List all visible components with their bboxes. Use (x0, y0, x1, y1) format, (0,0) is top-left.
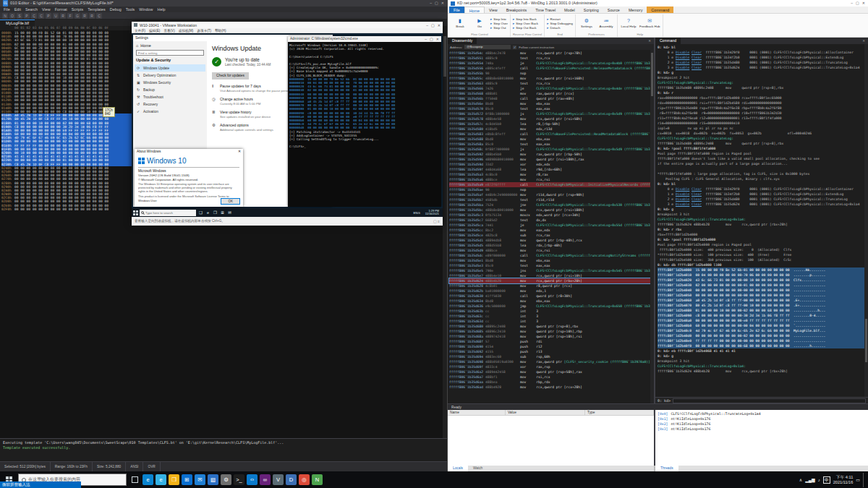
bp-clear-link[interactable]: Clear (692, 61, 702, 64)
settings-home[interactable]: ⌂ Home (136, 43, 204, 48)
tab-threads[interactable]: Threads (655, 466, 678, 471)
close-button[interactable]: ✕ (862, 0, 865, 7)
disasm-line[interactable]: fffff806`1b35d5bc488b8e80010000mov rcx,q… (449, 207, 654, 213)
disasm-line[interactable]: fffff806`1b35d55c488b8e68010000mov rcx,q… (449, 76, 654, 81)
vm-menu--v-[interactable]: 查看(V) (163, 28, 174, 33)
disasm-line[interactable]: fffff806`1b35d68f57push rdi (449, 339, 654, 344)
disasm-line[interactable]: fffff806`1b35d5c30fb75134movzx edx,word … (449, 213, 654, 218)
disasm-line[interactable]: fffff806`1b35d636e9c5000000jmp CLFS!CClf… (449, 304, 654, 309)
microsoft-store-icon[interactable]: ⊞ (182, 474, 192, 485)
windbg-icon[interactable]: D (286, 474, 297, 485)
mail-icon[interactable]: ✉ (195, 474, 205, 485)
disasm-line[interactable]: fffff806`1b35d5a9e872f6ffffcall CLFS!CCl… (449, 182, 654, 187)
disasm-line[interactable]: fffff806`1b35d59648898680010000mov qword… (449, 157, 654, 162)
ribbon-button-stop-debugging[interactable]: ▸Stop Debugging (547, 22, 573, 25)
ribbon-button-assembly[interactable]: ≔Assembly (597, 18, 615, 28)
print-icon[interactable]: P (24, 13, 30, 19)
bp-clear-link[interactable]: Clear (692, 51, 702, 54)
network-icon[interactable]: ▂▄▆ (805, 477, 814, 482)
disasm-line[interactable]: fffff806`1b35d63dccint 3 (449, 319, 654, 324)
disasm-line[interactable]: fffff806`1b35d5e18bd8mov ebx,eax (449, 258, 654, 263)
action-center-icon[interactable]: ▭ (856, 477, 860, 482)
disasm-line[interactable]: fffff806`1b35d6944883ec60sub rsp,60h (449, 354, 654, 359)
tab-disassembly[interactable]: Disassembly (448, 38, 477, 44)
disasm-line[interactable]: fffff806`1b35d57085c0test eax,eax (449, 106, 654, 111)
disasm-line[interactable]: fffff806`1b35d55b90nop (449, 71, 654, 76)
close-button[interactable]: ✕ (438, 23, 441, 27)
menu-tools[interactable]: Tools (126, 7, 135, 12)
disasm-line[interactable]: fffff806`1b35d556e805c4feffcall CLFS!CCl… (449, 66, 654, 71)
bp-clear-link[interactable]: Clear (692, 202, 702, 206)
ribbon-tab-file[interactable]: File (449, 7, 464, 13)
disasm-line[interactable]: fffff806`1b35d5667426je CLFS!CClfsLogFcb… (449, 86, 654, 91)
disasm-line[interactable]: fffff806`1b35d5ba7524jne CLFS!CClfsLogFc… (449, 202, 654, 207)
vm-taskbar-clock[interactable]: 1:29 PM 11/16/2021 (425, 210, 439, 216)
disasm-line[interactable]: fffff806`1b35d5af448b9c2490000000mov r11… (449, 192, 654, 197)
ribbon-button-settings[interactable]: ⚙Settings (578, 18, 595, 28)
disasm-line[interactable]: fffff806`1b35d68048895c2408mov qword ptr… (449, 324, 654, 329)
menu-help[interactable]: Help (157, 7, 165, 12)
disasm-line[interactable]: fffff806`1b35d5a6488bcemov rcx,rsi (449, 177, 654, 182)
disasm-line[interactable]: fffff806`1b35d5b74585dbtest r11d,r11d (449, 197, 654, 202)
settings-search-input[interactable]: Find a setting (136, 50, 204, 56)
calculator-icon[interactable]: C (96, 13, 102, 19)
disasm-line[interactable]: fffff806`1b35d580418bd5mov edx,r13d (449, 127, 654, 132)
disasm-line[interactable]: fffff806`1b35d5d148894db8mov qword ptr [… (449, 238, 654, 243)
bp-disable-link[interactable]: Disable (676, 56, 689, 59)
undo-icon[interactable]: U (53, 13, 59, 19)
tray-expand-icon[interactable]: ∧ (799, 477, 802, 482)
ribbon-tab-model[interactable]: Model (560, 7, 579, 13)
disasm-line[interactable]: fffff806`1b35d59f448d4a68lea r9d,[rdx+68… (449, 167, 654, 172)
bp-disable-link[interactable]: Disable (676, 51, 689, 54)
disasm-line[interactable]: fffff806`1b35d6924155push r13 (449, 349, 654, 354)
follow-checkbox[interactable]: ✓ (513, 46, 516, 49)
vm-fullscreen-icon[interactable]: ▢ (433, 219, 437, 223)
ribbon-button-step-into[interactable]: ▸Step Into (490, 17, 508, 21)
ribbon-button-step-out-back[interactable]: ▸Step Out Back (513, 26, 538, 30)
disasm-line[interactable]: fffff806`1b35d58c0f88f7000000js CLFS!CCl… (449, 147, 654, 152)
disasm-line[interactable]: fffff806`1b35d5e385c0test eax,eax (449, 263, 654, 268)
photos-icon[interactable]: ▧ (208, 474, 218, 485)
ribbon-tab-scripting[interactable]: Scripting (579, 7, 603, 13)
minimize-button[interactable]: – (426, 23, 428, 27)
taskbar-clock[interactable]: 下午 4:11 2021/11/16 (833, 475, 854, 484)
disasm-line[interactable]: fffff806`1b35d62bba01000000mov edx,1 (449, 288, 654, 294)
settings-nav-troubleshoot[interactable]: ⚒Troubleshoot (135, 93, 205, 100)
store-icon[interactable]: ⊞ (219, 210, 226, 216)
disasm-line[interactable]: fffff806`1b35d698488b05019a0300mov rax,q… (449, 359, 654, 364)
bp-disable-link[interactable]: Disable (676, 66, 689, 69)
disasm-line[interactable]: fffff806`1b35d6a24889442458mov qword ptr… (449, 369, 654, 374)
disassembly-listing[interactable]: fffff806`1b35d54c488b4c2478mov rcx,qword… (448, 50, 654, 403)
close-pane-icon[interactable]: ✕ (859, 38, 868, 44)
disasm-line[interactable]: fffff806`1b35d57c4c8d45b0lea r8,[rbp-50h… (449, 121, 654, 127)
bp-clear-link[interactable]: Clear (692, 192, 702, 196)
disassembly-scrollbar[interactable] (650, 50, 654, 403)
terminal-icon[interactable]: >_ (234, 474, 244, 485)
disasm-line[interactable]: fffff806`1b35d568488b01mov rax,qword ptr… (449, 91, 654, 96)
vscode-icon[interactable]: ‹› (247, 474, 258, 485)
notepad-icon[interactable]: N (312, 474, 323, 485)
bp-disable-link[interactable]: Disable (676, 61, 689, 64)
ribbon-tab-home[interactable]: Home (464, 7, 485, 13)
visual-studio-icon[interactable]: ∞ (260, 474, 271, 485)
run-script-icon[interactable]: R (89, 13, 95, 19)
disasm-line[interactable]: fffff806`1b35d5888bd8mov ebx,eax (449, 137, 654, 142)
disasm-line[interactable]: fffff806`1b35d56e8bd8mov ebx,eax (449, 101, 654, 106)
ribbon-button-feedback-hub[interactable]: ✉Feedback Hub (639, 18, 660, 28)
hex-file-tab[interactable]: MyLogFile.blf (0, 20, 35, 26)
goto-icon[interactable]: G (75, 13, 80, 19)
thread-row[interactable]: [0x1]nt!KiIdleLoop+0x176 (658, 416, 866, 421)
disasm-line[interactable]: fffff806`1b35d5514885c9test rcx,rcx (449, 56, 654, 61)
vm-menu--t-[interactable]: 选项卡(T) (197, 28, 211, 33)
menu-scripts[interactable]: Scripts (72, 7, 83, 12)
disasm-line[interactable]: fffff806`1b35d578488b4e58mov rcx,qword p… (449, 116, 654, 121)
thread-row[interactable]: [0x3]nt!KiIdleLoop+0x176 (658, 427, 866, 432)
menu-debug[interactable]: Debug (110, 7, 122, 12)
disasm-line[interactable]: fffff806`1b35d5e7488b4e10mov rcx,qword p… (449, 273, 654, 278)
disasm-line[interactable]: fffff806`1b35d5ce482bc8sub rcx,rax (449, 233, 654, 238)
bp-clear-link[interactable]: Clear (692, 197, 702, 201)
disasm-line[interactable]: fffff806`1b35d583e8b8c8feffcall CLFS!CCl… (449, 132, 654, 137)
disasm-line[interactable]: fffff806`1b35d624488b4b28mov rcx,qword p… (449, 278, 654, 283)
command-scrollbar[interactable] (864, 44, 868, 397)
disasm-line[interactable]: fffff806`1b35d5ca7441je CLFS!CClfsLogFcb… (449, 223, 654, 228)
